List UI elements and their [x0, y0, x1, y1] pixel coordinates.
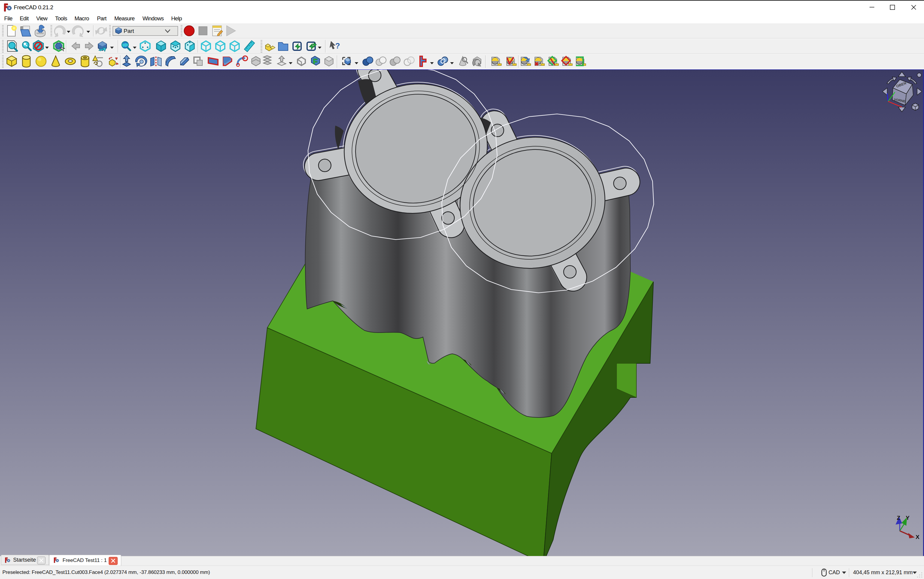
svg-text:F: F	[313, 57, 318, 65]
svg-text:X: X	[916, 534, 919, 540]
svg-text:?: ?	[335, 41, 340, 50]
svg-text:Part: Part	[124, 28, 135, 34]
svg-text:Z: Z	[897, 515, 900, 521]
svg-text:Y: Y	[906, 515, 910, 521]
